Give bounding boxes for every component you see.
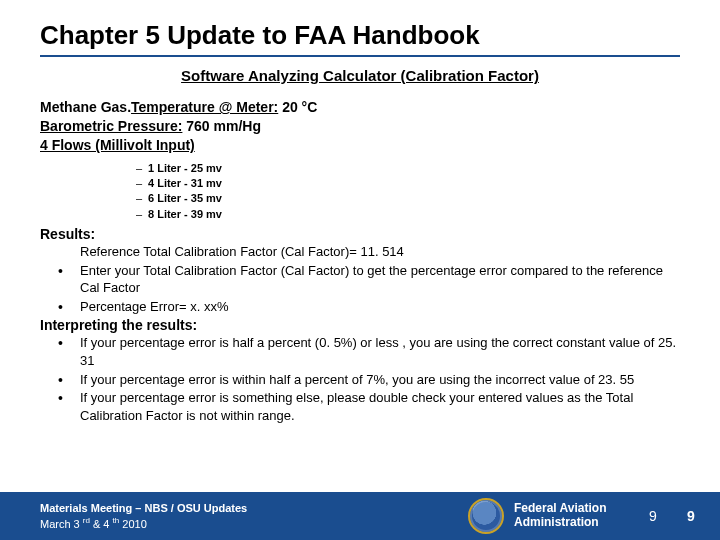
- results-list: Reference Total Calibration Factor (Cal …: [40, 243, 680, 315]
- intro-press-label: Barometric Pressure:: [40, 118, 182, 134]
- intro-press-value: 760 mm/Hg: [182, 118, 261, 134]
- interpret-item: If your percentage error is half a perce…: [50, 334, 680, 369]
- interpret-item: If your percentage error is something el…: [50, 389, 680, 424]
- page-title: Chapter 5 Update to FAA Handbook: [40, 20, 680, 57]
- result-item: Reference Total Calibration Factor (Cal …: [50, 243, 680, 261]
- meeting-title: Materials Meeting – NBS / OSU Updates: [40, 501, 462, 515]
- intro-block: Methane Gas.Temperature @ Meter: 20 °C B…: [40, 98, 680, 155]
- meeting-date: March 3 rd & 4 th 2010: [40, 516, 462, 531]
- flows-list: –1 Liter - 25 mv –4 Liter - 31 mv –6 Lit…: [40, 161, 680, 223]
- intro-temp-value: 20 °C: [278, 99, 317, 115]
- interpret-item: If your percentage error is within half …: [50, 371, 680, 389]
- flow-item: 8 Liter - 39 mv: [148, 208, 222, 220]
- interpret-heading: Interpreting the results:: [40, 317, 680, 333]
- results-heading: Results:: [40, 226, 680, 242]
- flow-item: 6 Liter - 35 mv: [148, 192, 222, 204]
- intro-flows-label: 4 Flows (Millivolt Input): [40, 136, 680, 155]
- subtitle: Software Analyzing Calculator (Calibrati…: [40, 67, 680, 84]
- intro-temp-label: Temperature @ Meter:: [131, 99, 278, 115]
- intro-gas: Methane Gas.: [40, 99, 131, 115]
- interpret-list: If your percentage error is half a perce…: [40, 334, 680, 424]
- footer-left: Materials Meeting – NBS / OSU Updates Ma…: [0, 501, 462, 530]
- result-item: Enter your Total Calibration Factor (Cal…: [50, 262, 680, 297]
- flow-item: 1 Liter - 25 mv: [148, 162, 222, 174]
- faa-seal-icon: [468, 498, 504, 534]
- flow-item: 4 Liter - 31 mv: [148, 177, 222, 189]
- footer-bar: Materials Meeting – NBS / OSU Updates Ma…: [0, 492, 720, 540]
- faa-label: Federal Aviation Administration: [514, 502, 634, 530]
- result-item: Percentage Error= x. xx%: [50, 298, 680, 316]
- page-number: 9: [634, 508, 672, 524]
- page-number-bold: 9: [672, 508, 710, 524]
